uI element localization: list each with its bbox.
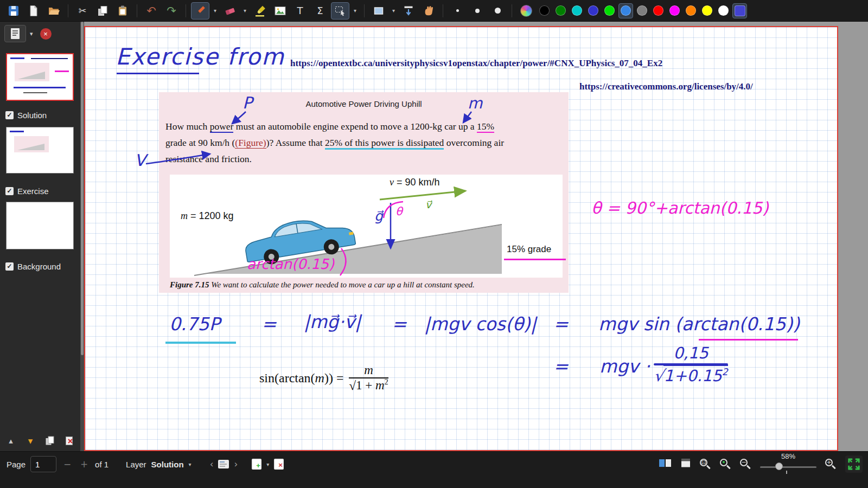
stroke-width-thick-button[interactable] — [488, 2, 507, 20]
stroke-width-fine-button[interactable] — [448, 2, 467, 20]
layer-thumbnail-solution[interactable] — [6, 127, 74, 174]
zoom-slider-track[interactable] — [760, 466, 816, 468]
color-swatch-black[interactable] — [537, 3, 552, 18]
color-swatch-blue[interactable] — [586, 3, 601, 18]
cut-button[interactable]: ✂ — [73, 2, 92, 20]
layer-background-checkbox[interactable]: ✓ — [5, 262, 14, 271]
delete-page-button[interactable] — [62, 434, 77, 448]
exercise-text-line2: grade at 90 km/h ((Figure))? Assume that… — [165, 134, 504, 151]
layer-solution-checkbox[interactable]: ✓ — [5, 111, 14, 119]
layer-select[interactable]: Solution — [151, 460, 184, 469]
pen-tool-button[interactable] — [191, 2, 209, 20]
license-link[interactable]: https://creativecommons.org/licenses/by/… — [579, 81, 753, 92]
color-picker-button[interactable] — [517, 2, 535, 20]
redo-button[interactable]: ↷ — [162, 2, 181, 20]
color-swatch-magenta[interactable] — [667, 3, 682, 18]
zoom-out-button[interactable]: − — [740, 459, 751, 470]
page-preview-icon — [11, 28, 20, 39]
eraser-options-dropdown[interactable]: ▾ — [241, 2, 249, 20]
identity-fraction: m √1 + m2 — [349, 363, 388, 393]
thumbnail-ink-mark — [10, 57, 24, 59]
page-increment-button[interactable]: + — [78, 459, 90, 470]
shape-options-dropdown[interactable]: ▾ — [390, 2, 398, 20]
v-vector-ink: v⃗ — [425, 198, 431, 210]
canvas-scrollbar[interactable] — [80, 22, 84, 451]
color-swatch-lime[interactable] — [602, 3, 617, 18]
next-page-button[interactable]: ▾ — [23, 434, 38, 448]
layer-exercise-checkbox[interactable]: ✓ — [5, 187, 14, 195]
toolbar-separator — [186, 4, 186, 17]
text-tool-icon: T — [297, 5, 303, 16]
color-swatch-custom[interactable] — [732, 3, 747, 18]
swatch-icon — [572, 5, 582, 16]
preview-mode-dropdown[interactable]: ▾ — [30, 30, 33, 37]
exercise-heading: Automotive Power Driving Uphill — [159, 99, 569, 108]
zoom-in-button[interactable]: + — [825, 459, 837, 470]
color-swatch-gray[interactable] — [635, 3, 649, 18]
layer-thumbnail-exercise[interactable] — [6, 202, 74, 249]
layer-dropdown-icon[interactable]: ▾ — [189, 461, 192, 467]
hand-tool-button[interactable] — [419, 2, 438, 20]
stroke-width-medium-button[interactable] — [468, 2, 487, 20]
chevron-down-icon: ▾ — [244, 8, 246, 14]
undo-icon: ↶ — [146, 4, 156, 17]
scrollbar-thumb[interactable] — [81, 22, 84, 355]
new-document-button[interactable] — [24, 2, 43, 20]
color-swatch-red[interactable] — [651, 3, 666, 18]
color-swatch-green[interactable] — [553, 3, 568, 18]
next-annotation-button[interactable]: › — [234, 459, 238, 470]
math-tex-button[interactable]: Σ — [311, 2, 329, 20]
highlighter-tool-button[interactable] — [251, 2, 269, 20]
thumbnail-url-mark — [31, 58, 68, 59]
zoom-original-button[interactable]: ● — [720, 459, 731, 470]
add-layer-dropdown-icon[interactable]: ▾ — [266, 461, 269, 467]
page-canvas[interactable]: Exercise from https://opentextbc.ca/univ… — [84, 26, 838, 451]
eraser-tool-button[interactable] — [221, 2, 239, 20]
swatch-icon — [702, 5, 712, 16]
grade-label: 15% grade — [505, 244, 553, 255]
text-tool-button[interactable]: T — [291, 2, 309, 20]
insert-image-button[interactable] — [271, 2, 289, 20]
dual-page-view-button[interactable] — [659, 458, 672, 471]
presentation-mode-button[interactable] — [680, 458, 691, 471]
page-decrement-button[interactable]: − — [61, 459, 73, 470]
color-swatch-orange[interactable] — [684, 3, 698, 18]
add-layer-button[interactable]: + — [252, 459, 261, 470]
select-options-dropdown[interactable]: ▾ — [351, 2, 359, 20]
undo-button[interactable]: ↶ — [142, 2, 161, 20]
equals-ink: = — [553, 313, 569, 335]
preview-mode-button[interactable] — [4, 25, 26, 42]
exercise-source-link[interactable]: https://opentextbc.ca/universityphysicsv… — [290, 58, 662, 69]
vertical-space-tool-button[interactable] — [399, 2, 418, 20]
zoom-fit-button[interactable]: ⊡ — [700, 459, 711, 470]
copy-button[interactable] — [93, 2, 112, 20]
vertical-space-icon — [403, 5, 414, 17]
delete-layer-button[interactable]: × — [274, 459, 284, 470]
zoom-slider-thumb[interactable] — [775, 463, 783, 470]
mass-label: m = 1200 kg — [181, 210, 234, 222]
duplicate-page-button[interactable] — [42, 434, 58, 448]
paste-button[interactable] — [113, 2, 132, 20]
page-template-icon[interactable] — [218, 460, 229, 468]
color-swatch-white[interactable] — [716, 3, 731, 18]
color-swatch-royal-blue[interactable] — [618, 3, 633, 18]
open-button[interactable] — [44, 2, 63, 20]
page-label: Page — [7, 460, 25, 469]
page-number-input[interactable] — [30, 456, 56, 472]
previous-page-button[interactable]: ▴ — [3, 434, 18, 448]
fullscreen-button[interactable] — [845, 455, 863, 473]
select-tool-button[interactable] — [331, 2, 349, 20]
thumbnail-eq-mark — [14, 87, 66, 88]
page-thumbnail[interactable] — [6, 53, 74, 101]
previous-annotation-button[interactable]: ‹ — [210, 459, 214, 470]
figure-link[interactable]: (Figure) — [235, 137, 266, 149]
thumbnail-eq2-mark — [23, 92, 47, 93]
close-sidebar-button[interactable]: × — [40, 28, 52, 40]
color-swatch-yellow[interactable] — [700, 3, 714, 18]
swatch-icon — [735, 5, 745, 16]
save-button[interactable] — [4, 2, 23, 20]
layer-row-exercise: ✓ Exercise — [5, 187, 49, 196]
pen-options-dropdown[interactable]: ▾ — [211, 2, 219, 20]
color-swatch-cyan[interactable] — [570, 3, 584, 18]
shape-tool-button[interactable] — [369, 2, 388, 20]
